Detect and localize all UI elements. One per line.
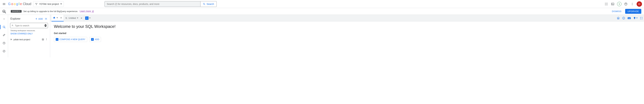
project-icon [35,3,38,5]
search-help-icon[interactable]: ? [44,24,47,27]
explorer-add-label: ADD [38,18,43,20]
compose-query-mini-button[interactable] [85,16,88,20]
rail-scheduled-icon[interactable] [0,41,8,46]
bigquery-product-icon[interactable] [0,8,8,15]
project-tree-row[interactable]: ydtak-test-project [10,37,48,42]
more-icon[interactable] [630,2,634,6]
close-icon[interactable] [80,17,83,19]
explorer-body: ? Viewing workspace resources. SHOW STAR… [8,23,50,42]
explorer-search[interactable]: ? [10,23,48,28]
nav-menu-icon[interactable] [2,2,6,6]
collapse-panel-icon[interactable] [44,17,48,20]
workspace: Untitled Welcome to your SQL Workspac [50,15,644,57]
tab-home[interactable] [52,15,64,21]
svg-point-15 [632,4,632,4]
rail-sql-icon[interactable] [0,24,8,29]
svg-point-8 [607,4,608,4]
help-icon[interactable] [624,2,628,6]
tips-icon[interactable] [633,17,638,19]
query-icon [65,17,68,19]
user-avatar[interactable]: D [636,1,642,7]
tree-row-actions [42,38,48,41]
free-trial-badge[interactable]: 1 [617,2,622,6]
welcome-add-button[interactable]: ADD [89,37,101,42]
compose-query-label: COMPOSE A NEW QUERY [60,38,85,41]
keyboard-shortcuts-icon[interactable] [628,17,631,19]
search-button[interactable]: Search [200,1,216,7]
welcome-panel: Welcome to your SQL Workspace! Get start… [50,21,644,45]
compose-query-button[interactable]: COMPOSE A NEW QUERY [54,37,87,42]
svg-point-10 [606,5,607,5]
svg-point-24 [66,17,67,18]
plus-box-icon [56,38,58,41]
caret-right-icon [10,39,12,40]
banner-text: Set up billing to upgrade to the full Bi… [23,10,78,12]
rail-transfers-icon[interactable] [0,32,8,38]
svg-rect-32 [630,17,630,18]
search-icon [203,3,206,5]
caret-down-icon [60,3,62,4]
welcome-actions: COMPOSE A NEW QUERY ADD [54,37,640,42]
svg-point-13 [626,4,626,5]
home-icon [53,16,56,19]
main-row: Explorer ADD ? Viewing workspace resourc… [0,15,644,57]
search-button-label: Search [206,3,214,5]
home-shortcut-icon[interactable] [617,17,620,20]
svg-point-5 [607,3,608,3]
dismiss-button[interactable]: DISMISS [610,9,623,13]
show-starred-only-link[interactable]: SHOW STARRED ONLY [10,31,48,37]
svg-rect-30 [629,17,629,18]
explorer-header-actions: ADD [35,17,48,20]
logo-cloud-text: Cloud [23,2,31,6]
project-picker[interactable]: YDTAK test project [33,1,64,7]
rail-dot[interactable] [0,16,8,21]
svg-point-7 [606,4,607,4]
upgrade-button[interactable]: UPGRADE [625,9,641,14]
explorer-panel: Explorer ADD ? Viewing workspace resourc… [8,15,50,57]
fullscreen-icon[interactable] [640,17,643,19]
plus-icon [86,17,88,19]
explorer-add-button[interactable]: ADD [35,17,43,20]
banner-row: SANDBOX Set up billing to upgrade to the… [0,8,644,15]
more-icon[interactable] [45,38,48,40]
close-icon[interactable] [60,17,62,19]
svg-point-26 [624,17,624,18]
welcome-add-label: ADD [95,38,99,41]
workspace-toolbar [617,17,643,20]
sandbox-badge: SANDBOX [11,10,22,12]
cloud-shell-icon[interactable] [611,2,615,6]
sandbox-banner: SANDBOX Set up billing to upgrade to the… [8,8,644,15]
trial-count: 1 [618,3,620,5]
left-rail [0,15,8,57]
caret-down-icon[interactable] [77,18,78,18]
tab-untitled[interactable]: Untitled [64,15,84,21]
search-wrap: Search [104,1,216,7]
svg-point-9 [605,5,606,5]
caret-down-icon[interactable] [56,17,58,18]
explorer-header: Explorer ADD [8,15,50,23]
search-input-wrap[interactable] [104,1,200,7]
project-name: YDTAK test project [39,3,59,5]
info-icon[interactable] [622,17,625,20]
plus-box-icon [91,38,94,41]
star-icon[interactable] [42,38,44,41]
get-started-heading: Get started [54,32,640,35]
search-input[interactable] [105,3,200,5]
project-node-label: ydtak-test-project [14,38,40,41]
rail-reservations-icon[interactable] [0,49,8,54]
apps-icon[interactable] [604,2,608,6]
learn-more-label: Learn more [80,10,91,12]
top-header: Google Cloud YDTAK test project Search 1 [0,0,644,8]
gcp-logo[interactable]: Google Cloud [8,2,31,6]
svg-point-16 [632,4,632,5]
caret-down-icon[interactable] [89,18,90,18]
header-right: 1 D [604,1,642,7]
welcome-title: Welcome to your SQL Workspace! [54,24,640,29]
explorer-title: Explorer [10,17,20,20]
tab-untitled-label: Untitled [68,17,76,19]
svg-point-14 [632,3,632,3]
tab-row: Untitled [50,15,644,21]
explorer-search-input[interactable] [15,24,44,27]
learn-more-link[interactable]: Learn more [80,10,94,13]
svg-rect-28 [628,17,628,18]
